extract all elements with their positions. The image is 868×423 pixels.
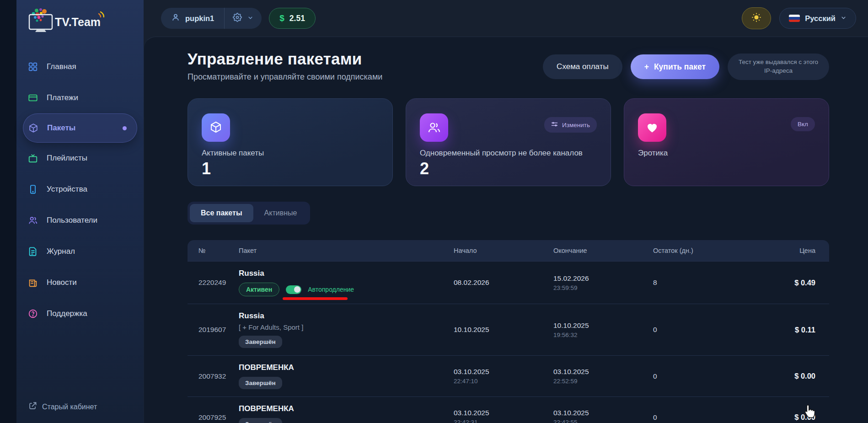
start-time: 22:42:31 xyxy=(454,419,553,423)
active-packages-card: Активные пакеты 1 xyxy=(188,98,393,186)
sidebar-nav: Главная Платежи Пакеты Плейлисты xyxy=(16,51,144,329)
cube-icon xyxy=(28,123,39,134)
test-issued-notice: Тест уже выдавался с этого IP-адреса xyxy=(728,54,829,80)
table-row[interactable]: 2220249 Russia Активен Автопродление 08.… xyxy=(188,261,829,304)
row-start-cell: 10.10.2025 xyxy=(454,326,553,334)
sidebar: TV.Team Главная Платежи xyxy=(16,0,144,423)
package-name: Russia xyxy=(239,311,454,321)
erotica-status-badge[interactable]: Вкл xyxy=(791,117,815,131)
row-end-cell: 15.02.2026 23:59:59 xyxy=(553,274,653,291)
sidebar-item-payments[interactable]: Платежи xyxy=(16,82,144,113)
start-date: 08.02.2026 xyxy=(454,278,553,287)
language-selector[interactable]: Русский xyxy=(779,8,856,29)
russia-flag-icon xyxy=(789,15,800,22)
erotica-card: Вкл Эротика xyxy=(624,98,829,186)
sidebar-item-label: Платежи xyxy=(47,93,78,102)
autorenew-label: Автопродление xyxy=(308,286,354,293)
left-gutter xyxy=(0,0,16,423)
sidebar-item-devices[interactable]: Устройства xyxy=(16,174,144,205)
stat-cards: Активные пакеты 1 Изменить Одновременный… xyxy=(188,98,829,186)
price: $ 0.11 xyxy=(745,326,829,334)
plus-icon: + xyxy=(644,62,649,72)
end-date: 03.10.2025 xyxy=(553,368,653,376)
price: $ 0.00 xyxy=(745,372,829,380)
sidebar-item-support[interactable]: Поддержка xyxy=(16,298,144,329)
user-settings[interactable] xyxy=(225,13,262,24)
end-date: 10.10.2025 xyxy=(553,321,653,330)
balance-value: 2.51 xyxy=(289,14,305,23)
sidebar-item-label: Журнал xyxy=(47,247,75,256)
topbar-right: Русский xyxy=(742,7,856,29)
active-dot xyxy=(123,126,127,130)
sidebar-item-users[interactable]: Пользователи xyxy=(16,205,144,236)
sidebar-item-playlists[interactable]: Плейлисты xyxy=(16,143,144,174)
dollar-icon: $ xyxy=(279,13,284,23)
header-days: Остаток (дн.) xyxy=(653,247,745,254)
days-left: 0 xyxy=(653,326,745,334)
card-label: Активные пакеты xyxy=(202,149,379,158)
theme-toggle-button[interactable] xyxy=(742,7,771,29)
end-date: 03.10.2025 xyxy=(553,409,653,417)
page-subtitle: Просматривайте и управляйте своими подпи… xyxy=(188,72,382,82)
table-row[interactable]: 2007925 ПОВРЕМЕНКА Завершён 03.10.2025 2… xyxy=(188,396,829,423)
status-badge: Активен xyxy=(239,283,279,296)
row-id: 2220249 xyxy=(188,278,239,287)
user-icon xyxy=(171,13,180,24)
header-end: Окончание xyxy=(553,247,653,254)
start-date: 03.10.2025 xyxy=(454,368,553,376)
sidebar-item-label: Пакеты xyxy=(47,123,75,133)
days-left: 0 xyxy=(653,413,745,422)
payment-scheme-button[interactable]: Схема оплаты xyxy=(543,54,622,79)
chevron-down-icon xyxy=(247,14,253,22)
cube-icon xyxy=(202,113,230,142)
package-badges: Активен Автопродление xyxy=(239,283,454,296)
app-window: TV.Team Главная Платежи xyxy=(0,0,868,423)
card-value: 1 xyxy=(202,159,379,178)
row-end-cell: 10.10.2025 19:56:32 xyxy=(553,321,653,338)
end-time: 19:56:32 xyxy=(553,332,653,338)
brand-logo[interactable]: TV.Team xyxy=(16,0,144,36)
sidebar-item-label: Главная xyxy=(47,62,76,71)
sidebar-item-packages[interactable]: Пакеты xyxy=(23,113,137,143)
page-header: Управление пакетами Просматривайте и упр… xyxy=(188,50,829,82)
sidebar-item-home[interactable]: Главная xyxy=(16,51,144,82)
header-price: Цена xyxy=(745,247,829,254)
table-row[interactable]: 2007932 ПОВРЕМЕНКА Завершён 03.10.2025 2… xyxy=(188,355,829,396)
start-time: 22:47:10 xyxy=(454,378,553,385)
tab-active-packages[interactable]: Активные xyxy=(253,204,308,222)
card-label: Одновременный просмотр не более каналов xyxy=(420,149,597,158)
page-title: Управление пакетами xyxy=(188,50,382,68)
table-row[interactable]: 2019607 Russia [ + For Adults, Sport ] З… xyxy=(188,304,829,355)
sidebar-item-label: Поддержка xyxy=(47,309,87,318)
price: $ 0.00 xyxy=(745,413,829,422)
price: $ 0.49 xyxy=(745,278,829,287)
user-pill: pupkin1 xyxy=(161,8,262,29)
change-limit-button[interactable]: Изменить xyxy=(544,117,597,133)
tab-all-packages[interactable]: Все пакеты xyxy=(190,204,253,222)
old-cabinet-link[interactable]: Старый кабинет xyxy=(28,402,97,412)
balance-pill[interactable]: $ 2.51 xyxy=(269,8,316,29)
page-titles: Управление пакетами Просматривайте и упр… xyxy=(188,50,382,82)
grid-icon xyxy=(27,61,38,72)
package-filter-tabs: Все пакеты Активные xyxy=(188,202,310,225)
language-label: Русский xyxy=(805,14,836,23)
card-value: 2 xyxy=(420,159,597,178)
user-menu[interactable]: pupkin1 xyxy=(161,13,224,24)
packages-table: № Пакет Начало Окончание Остаток (дн.) Ц… xyxy=(188,240,829,423)
header-actions: Схема оплаты + Купить пакет Тест уже выд… xyxy=(543,54,829,80)
external-link-icon xyxy=(28,402,37,412)
end-time: 23:59:59 xyxy=(553,284,653,291)
sliders-icon xyxy=(551,121,558,129)
header-start: Начало xyxy=(454,247,553,254)
sidebar-item-label: Плейлисты xyxy=(47,154,87,163)
row-id: 2007925 xyxy=(188,413,239,422)
buy-package-button[interactable]: + Купить пакет xyxy=(631,54,719,79)
card-label: Эротика xyxy=(638,149,815,158)
gear-icon xyxy=(233,13,242,24)
row-start-cell: 03.10.2025 22:47:10 xyxy=(454,368,553,385)
newspaper-icon xyxy=(27,277,38,288)
sidebar-item-journal[interactable]: Журнал xyxy=(16,236,144,267)
autorenew-toggle[interactable] xyxy=(286,285,301,294)
tv-icon xyxy=(27,153,38,164)
sidebar-item-news[interactable]: Новости xyxy=(16,267,144,298)
